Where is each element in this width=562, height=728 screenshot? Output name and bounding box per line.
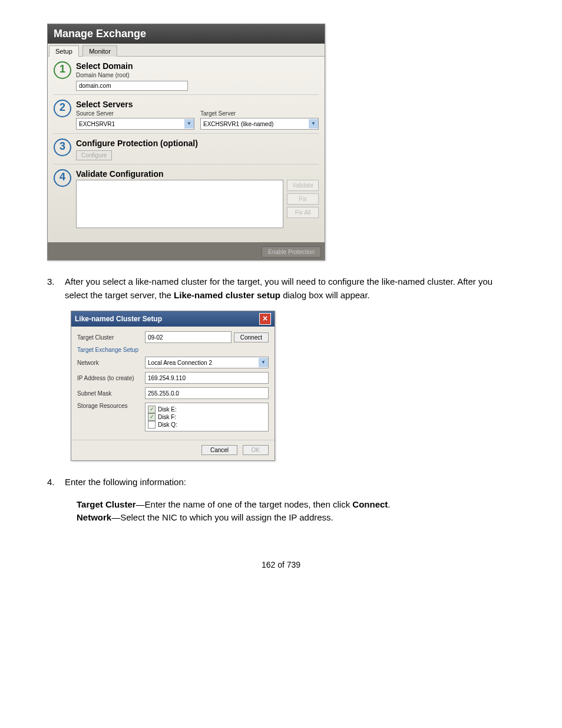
ok-button[interactable]: OK [243, 445, 269, 455]
manage-exchange-window: Manage Exchange Setup Monitor 1 Select D… [47, 24, 325, 261]
source-server-value: EXCHSRVR1 [77, 121, 184, 127]
page-number: 162 of 739 [24, 560, 538, 569]
disk-e-checkbox[interactable]: ✓Disk E: [148, 406, 266, 413]
step-4: 4 Validate Configuration Validate Fix Fi… [54, 169, 319, 232]
enable-protection-button[interactable]: Enable Protection [262, 246, 321, 258]
configure-button[interactable]: Configure [76, 150, 112, 160]
fix-button[interactable]: Fix [287, 193, 319, 205]
ip-address-input[interactable] [145, 372, 269, 384]
step-number-2: 2 [54, 100, 71, 117]
disk-q-checkbox[interactable]: Disk Q: [148, 421, 266, 429]
step-1: 1 Select Domain Domain Name (root) [54, 61, 319, 95]
doc-paragraph: 4. Enter the following information: [47, 476, 515, 489]
step4-title: Validate Configuration [76, 169, 319, 179]
step3-title: Configure Protection (optional) [76, 139, 319, 148]
chevron-down-icon: ▼ [259, 358, 268, 367]
source-server-dropdown[interactable]: EXCHSRVR1 ▼ [76, 118, 194, 130]
sub-item-target-cluster: Target Cluster—Enter the name of one of … [77, 498, 538, 512]
step-number-3: 3 [54, 139, 71, 156]
close-icon[interactable]: × [259, 313, 271, 325]
cancel-button[interactable]: Cancel [201, 445, 237, 455]
wizard-footer: Enable Protection [48, 242, 325, 260]
step1-sub: Domain Name (root) [76, 72, 319, 78]
chevron-down-icon: ▼ [184, 119, 194, 129]
target-cluster-input[interactable] [145, 331, 232, 343]
network-value: Local Area Connection 2 [146, 360, 259, 366]
target-exchange-setup-label: Target Exchange Setup [77, 347, 269, 353]
network-label: Network [77, 360, 145, 366]
chevron-down-icon: ▼ [309, 119, 318, 129]
validation-output [76, 180, 283, 228]
network-dropdown[interactable]: Local Area Connection 2 ▼ [145, 357, 269, 368]
ip-address-label: IP Address (to create) [77, 375, 145, 381]
sub-item-network: Network—Select the NIC to which you will… [77, 511, 538, 525]
fix-all-button[interactable]: Fix All [287, 207, 319, 218]
connect-button[interactable]: Connect [234, 332, 269, 342]
list-number-4: 4. [47, 476, 65, 489]
step1-title: Select Domain [76, 61, 319, 71]
target-server-value: EXCHSRVR1 (like-named) [201, 121, 309, 127]
list-item-4-text: Enter the following information: [65, 476, 515, 489]
target-cluster-label: Target Cluster [77, 334, 145, 341]
dialog-titlebar: Like-named Cluster Setup × [71, 311, 275, 327]
dialog-title-text: Like-named Cluster Setup [75, 315, 162, 323]
step-number-1: 1 [54, 61, 71, 79]
subnet-mask-label: Subnet Mask [77, 390, 145, 397]
disk-f-checkbox[interactable]: ✓Disk F: [148, 413, 266, 421]
target-server-dropdown[interactable]: EXCHSRVR1 (like-named) ▼ [200, 118, 319, 130]
window-title: Manage Exchange [48, 24, 325, 44]
wizard-body: 1 Select Domain Domain Name (root) 2 Sel… [48, 57, 325, 242]
subnet-mask-input[interactable] [145, 387, 269, 399]
tab-setup[interactable]: Setup [49, 45, 79, 57]
list-item-3-text: After you select a like-named cluster fo… [65, 275, 515, 302]
step-3: 3 Configure Protection (optional) Config… [54, 139, 319, 164]
like-named-cluster-setup-dialog: Like-named Cluster Setup × Target Cluste… [71, 311, 275, 461]
target-server-label: Target Server [200, 110, 319, 117]
list-number-3: 3. [47, 275, 65, 302]
source-server-label: Source Server [76, 110, 194, 117]
step-number-4: 4 [54, 169, 71, 187]
tab-monitor[interactable]: Monitor [82, 45, 117, 57]
doc-paragraph: 3. After you select a like-named cluster… [47, 275, 515, 302]
step-2: 2 Select Servers Source Server EXCHSRVR1… [54, 100, 319, 134]
validate-button[interactable]: Validate [287, 180, 319, 191]
dialog-footer: Cancel OK [71, 440, 275, 460]
tab-bar: Setup Monitor [48, 44, 325, 57]
step2-title: Select Servers [76, 100, 319, 109]
storage-resources-list: ✓Disk E: ✓Disk F: Disk Q: [145, 403, 269, 431]
storage-resources-label: Storage Resources [77, 403, 145, 409]
domain-input[interactable] [76, 81, 188, 91]
